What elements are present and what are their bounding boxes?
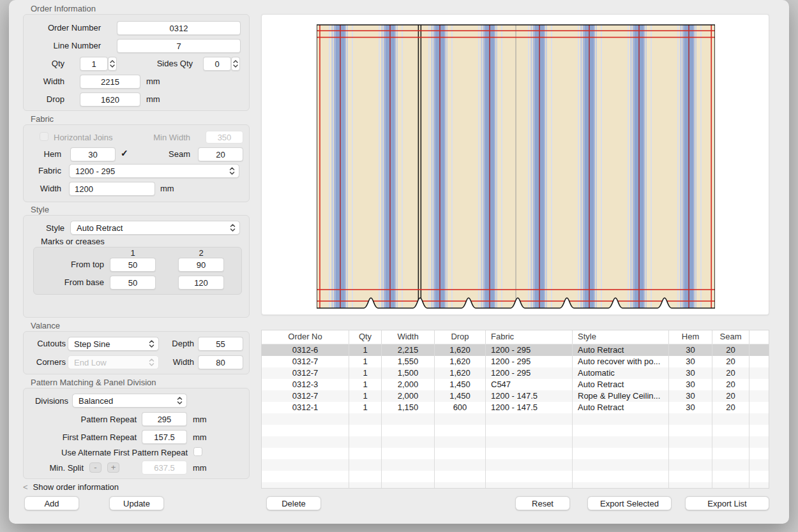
- delete-button[interactable]: Delete: [266, 496, 321, 510]
- fabric-width-field[interactable]: [69, 182, 155, 196]
- column-header[interactable]: Fabric: [486, 330, 573, 344]
- table-cell: 1: [349, 344, 382, 356]
- pattern-section-label: Pattern Matching & Panel Division: [31, 378, 156, 387]
- show-order-information-toggle[interactable]: < Show order information: [23, 482, 119, 492]
- from-top-2-field[interactable]: [178, 258, 224, 272]
- table-cell: [712, 459, 749, 471]
- table-cell: 30: [669, 344, 712, 356]
- pattern-repeat-field[interactable]: [142, 412, 187, 426]
- table-row[interactable]: 0312-612,2151,6201200 - 295Auto Retract3…: [262, 344, 769, 356]
- popup-chevrons-icon: [229, 166, 235, 175]
- column-header[interactable]: Order No: [262, 330, 349, 344]
- order-number-field[interactable]: [117, 21, 241, 35]
- hem-checkbox-checkmark-icon[interactable]: ✓: [121, 148, 128, 158]
- table-cell: [382, 436, 435, 448]
- table-cell: [749, 425, 769, 436]
- table-cell: [669, 413, 712, 425]
- hem-field[interactable]: [70, 147, 116, 161]
- from-top-1-field[interactable]: [110, 258, 156, 272]
- min-split-decrease-button[interactable]: -: [89, 462, 102, 473]
- first-pattern-repeat-unit: mm: [193, 432, 207, 442]
- table-cell: 1,500: [382, 367, 435, 379]
- table-cell: [435, 436, 486, 448]
- update-button[interactable]: Update: [109, 496, 164, 510]
- table-cell: Auto Retract: [573, 344, 669, 356]
- table-cell: [435, 448, 486, 459]
- popup-chevrons-icon: [149, 358, 154, 367]
- fabric-width-label: Width: [31, 184, 61, 193]
- sides-qty-field[interactable]: [203, 57, 231, 71]
- table-row[interactable]: 0312-111,1506001200 - 147.5Auto Retract3…: [262, 402, 769, 413]
- reset-button[interactable]: Reset: [515, 496, 570, 510]
- export-list-button[interactable]: Export List: [685, 496, 769, 510]
- corners-select-value: End Low: [74, 358, 107, 367]
- column-header[interactable]: Style: [573, 330, 669, 344]
- table-cell: 20: [712, 356, 749, 367]
- first-pattern-repeat-field[interactable]: [142, 430, 187, 444]
- table-cell: [712, 448, 749, 459]
- sides-qty-label: Sides Qty: [153, 59, 193, 68]
- table-cell: 1,450: [435, 379, 486, 390]
- table-row[interactable]: 0312-711,5001,6201200 - 295Automatic3020: [262, 367, 769, 379]
- min-width-label: Min Width: [146, 133, 190, 142]
- divisions-select[interactable]: Balanced: [72, 394, 187, 408]
- marks-col1-header: 1: [110, 248, 156, 258]
- column-header[interactable]: Qty: [349, 330, 382, 344]
- fabric-select[interactable]: 1200 - 295: [69, 164, 239, 178]
- table-cell: [712, 471, 749, 482]
- table-cell: [262, 448, 349, 459]
- seam-field[interactable]: [198, 147, 243, 161]
- horizontal-joins-checkbox: [40, 132, 49, 141]
- valance-width-field[interactable]: [198, 355, 243, 369]
- min-split-increase-button[interactable]: +: [107, 462, 119, 473]
- qty-field[interactable]: [80, 57, 108, 71]
- table-row[interactable]: 0312-712,0001,4501200 - 147.5Rope & Pull…: [262, 390, 769, 402]
- style-select[interactable]: Auto Retract: [70, 221, 240, 235]
- table-cell: Rope & Pulley Ceilin...: [573, 390, 669, 402]
- order-drop-field[interactable]: [80, 92, 140, 107]
- table-cell: 20: [712, 379, 749, 390]
- hem-label: Hem: [38, 149, 61, 159]
- column-header[interactable]: Hem: [669, 330, 712, 344]
- order-width-field[interactable]: [80, 75, 140, 89]
- divisions-label: Divisions: [31, 396, 68, 406]
- depth-field[interactable]: [198, 337, 243, 351]
- table-cell: 0312-3: [262, 379, 349, 390]
- column-header[interactable]: [749, 330, 769, 344]
- table-cell: [262, 413, 349, 425]
- table-cell: [382, 459, 435, 471]
- column-header[interactable]: Seam: [712, 330, 749, 344]
- from-top-label: From top: [38, 260, 104, 269]
- table-cell: Auto Retract: [573, 402, 669, 413]
- table-cell: [749, 459, 769, 471]
- table-row[interactable]: 0312-312,0001,450C547Auto Retract3020: [262, 379, 769, 390]
- from-base-2-field[interactable]: [178, 276, 224, 290]
- table-row[interactable]: 0312-711,5501,6201200 - 295Auto recover …: [262, 356, 769, 367]
- table-cell: [435, 471, 486, 482]
- table-cell: [486, 471, 573, 482]
- table-cell: 1,550: [382, 356, 435, 367]
- table-cell: 20: [712, 390, 749, 402]
- from-base-1-field[interactable]: [110, 276, 156, 290]
- table-cell: [712, 436, 749, 448]
- sides-qty-stepper[interactable]: [231, 57, 240, 71]
- table-cell: [382, 425, 435, 436]
- valance-section-label: Valance: [31, 321, 60, 330]
- line-number-field[interactable]: [117, 39, 241, 53]
- column-header[interactable]: Width: [382, 330, 435, 344]
- table-cell: 30: [669, 379, 712, 390]
- add-button[interactable]: Add: [24, 496, 79, 510]
- table-empty-row: [262, 448, 769, 459]
- qty-stepper[interactable]: [108, 57, 117, 71]
- order-width-unit: mm: [146, 77, 160, 86]
- table-cell: [486, 448, 573, 459]
- table-cell: 1: [349, 402, 382, 413]
- column-header[interactable]: Drop: [435, 330, 486, 344]
- stepper-chevrons-icon: [233, 59, 238, 68]
- from-base-label: From base: [38, 277, 104, 287]
- use-alternate-checkbox[interactable]: [193, 447, 202, 456]
- cutouts-select[interactable]: Step Sine: [68, 337, 159, 351]
- table-cell: [435, 425, 486, 436]
- export-selected-button[interactable]: Export Selected: [587, 496, 672, 510]
- table-cell: [486, 436, 573, 448]
